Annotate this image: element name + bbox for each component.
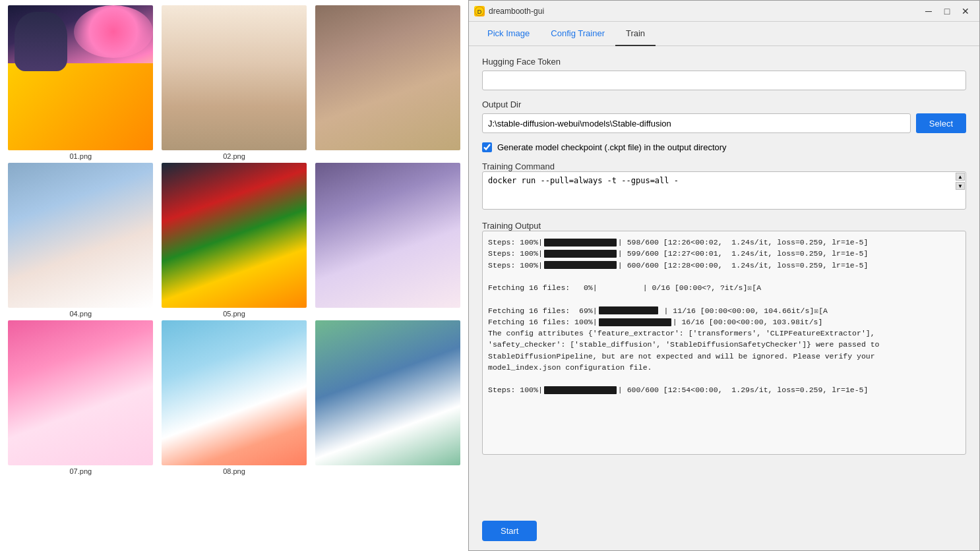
progress-bar bbox=[544, 239, 617, 246]
image-label-01: 01.png bbox=[70, 152, 92, 160]
minimize-button[interactable]: ─ bbox=[920, 3, 937, 20]
progress-bar bbox=[599, 318, 671, 326]
hugging-face-token-label: Hugging Face Token bbox=[482, 57, 966, 67]
image-thumbnail[interactable] bbox=[162, 5, 307, 150]
output-line: Fetching 16 files: 69%| | 11/16 [00:00<0… bbox=[488, 305, 960, 316]
start-button[interactable]: Start bbox=[482, 521, 537, 541]
output-line: 'safety_checker': ['stable_diffusion', '… bbox=[488, 339, 960, 350]
output-line: Steps: 100%|| 600/600 [12:28<00:00, 1.24… bbox=[488, 260, 960, 271]
tab-train[interactable]: Train bbox=[615, 22, 656, 46]
image-label-05: 05.png bbox=[223, 310, 245, 318]
output-line bbox=[488, 271, 960, 282]
close-button[interactable]: ✕ bbox=[957, 3, 974, 20]
image-thumbnail[interactable] bbox=[8, 320, 153, 465]
app-icon: D bbox=[474, 6, 485, 16]
image-grid: 01.png 02.png 04.png 05.png bbox=[0, 0, 468, 480]
window-controls: ─ □ ✕ bbox=[920, 3, 974, 20]
list-item[interactable]: 05.png bbox=[159, 163, 310, 318]
checkpoint-row: Generate model checkpoint (.ckpt file) i… bbox=[482, 142, 966, 152]
training-output-box[interactable]: Steps: 100%|| 598/600 [12:26<00:02, 1.24… bbox=[482, 231, 966, 455]
output-line bbox=[488, 293, 960, 304]
list-item[interactable] bbox=[312, 320, 463, 475]
progress-bar bbox=[599, 306, 658, 314]
svg-text:D: D bbox=[477, 9, 482, 15]
image-thumbnail[interactable] bbox=[315, 163, 460, 308]
image-thumbnail[interactable] bbox=[8, 5, 153, 150]
output-line: Steps: 100%|| 600/600 [12:54<00:00, 1.29… bbox=[488, 384, 960, 395]
image-thumbnail[interactable] bbox=[315, 320, 460, 465]
tab-config-trainer[interactable]: Config Trainer bbox=[540, 22, 615, 46]
maximize-button[interactable]: □ bbox=[938, 3, 956, 20]
progress-bar bbox=[544, 386, 617, 394]
output-line: model_index.json configuration file. bbox=[488, 362, 960, 373]
app-logo-icon: D bbox=[474, 6, 485, 16]
output-dir-row: Select bbox=[482, 113, 966, 133]
output-line: The config attributes {'feature_extracto… bbox=[488, 328, 960, 339]
image-thumbnail[interactable] bbox=[315, 5, 460, 150]
select-button[interactable]: Select bbox=[916, 113, 966, 133]
footer-bar: Start bbox=[469, 514, 979, 550]
image-label-04: 04.png bbox=[70, 310, 92, 318]
image-thumbnail[interactable] bbox=[162, 163, 307, 308]
hugging-face-token-input[interactable] bbox=[482, 71, 966, 90]
command-scroll-up[interactable]: ▲ bbox=[956, 173, 965, 181]
training-command-input[interactable] bbox=[482, 171, 966, 210]
list-item[interactable]: 02.png bbox=[159, 5, 310, 160]
output-dir-section: Output Dir Select bbox=[482, 100, 966, 133]
command-scroll-down[interactable]: ▼ bbox=[956, 182, 965, 190]
window-title: dreambooth-gui bbox=[489, 7, 920, 16]
tab-bar: Pick Image Config Trainer Train bbox=[469, 22, 979, 46]
output-line: StableDiffusionPipeline, but are not exp… bbox=[488, 351, 960, 362]
image-thumbnail[interactable] bbox=[8, 163, 153, 308]
progress-bar bbox=[544, 261, 617, 269]
checkpoint-checkbox[interactable] bbox=[482, 142, 492, 152]
output-dir-label: Output Dir bbox=[482, 100, 966, 109]
output-line: Steps: 100%|| 599/600 [12:27<00:01, 1.24… bbox=[488, 248, 960, 259]
training-command-section: Training Command ▲ ▼ bbox=[482, 161, 966, 212]
training-output-section: Training Output Steps: 100%|| 598/600 [1… bbox=[482, 221, 966, 504]
tab-pick-image[interactable]: Pick Image bbox=[477, 22, 540, 46]
image-grid-area: 01.png 02.png 04.png 05.png bbox=[0, 0, 468, 551]
image-label-08: 08.png bbox=[223, 467, 245, 475]
progress-bar bbox=[544, 250, 617, 258]
image-thumbnail[interactable] bbox=[162, 320, 307, 465]
image-label-02: 02.png bbox=[223, 152, 245, 160]
list-item[interactable]: 07.png bbox=[5, 320, 156, 475]
main-content: Hugging Face Token Output Dir Select Gen… bbox=[469, 46, 979, 514]
list-item[interactable]: 08.png bbox=[159, 320, 310, 475]
output-line: Steps: 100%|| 598/600 [12:26<00:02, 1.24… bbox=[488, 237, 960, 248]
output-line bbox=[488, 373, 960, 384]
output-dir-input[interactable] bbox=[482, 113, 911, 133]
gui-window: D dreambooth-gui ─ □ ✕ Pick Image Config… bbox=[468, 0, 980, 551]
list-item[interactable]: 04.png bbox=[5, 163, 156, 318]
output-line: Fetching 16 files: 100%|| 16/16 [00:00<0… bbox=[488, 316, 960, 328]
output-line: Fetching 16 files: 0%| | 0/16 [00:00<?, … bbox=[488, 282, 960, 293]
training-output-label: Training Output bbox=[482, 221, 541, 231]
title-bar: D dreambooth-gui ─ □ ✕ bbox=[469, 1, 979, 22]
image-label-07: 07.png bbox=[70, 467, 92, 475]
checkpoint-label: Generate model checkpoint (.ckpt file) i… bbox=[497, 142, 727, 152]
training-command-label: Training Command bbox=[482, 161, 555, 171]
list-item[interactable] bbox=[312, 163, 463, 318]
hugging-face-token-section: Hugging Face Token bbox=[482, 57, 966, 90]
list-item[interactable] bbox=[312, 5, 463, 160]
list-item[interactable]: 01.png bbox=[5, 5, 156, 160]
